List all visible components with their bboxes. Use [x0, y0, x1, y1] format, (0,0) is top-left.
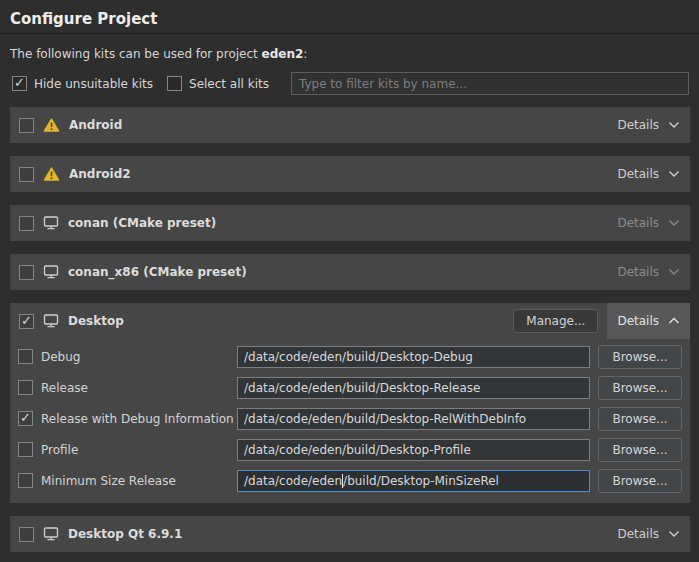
build-config-row-profile: Profile Browse... [10, 434, 690, 465]
chevron-down-icon [668, 219, 680, 227]
desktop-icon [43, 526, 59, 542]
build-config-label: Release [41, 381, 237, 395]
chevron-down-icon [668, 170, 680, 178]
chevron-down-icon [668, 121, 680, 129]
manage-kits-button[interactable]: Manage... [513, 309, 598, 333]
page-title: Configure Project [10, 10, 689, 28]
kit-name: Android [69, 118, 122, 132]
kit-name: Android2 [69, 167, 131, 181]
details-toggle[interactable]: Details [607, 156, 690, 192]
kit-checkbox[interactable] [19, 216, 34, 231]
kit-name: Desktop [68, 314, 124, 328]
browse-button[interactable]: Browse... [598, 469, 682, 493]
details-toggle[interactable]: Details [607, 303, 690, 339]
filter-controls: Hide unsuitable kits Select all kits [12, 72, 689, 95]
details-toggle: Details [607, 254, 690, 290]
select-all-checkbox[interactable] [167, 76, 182, 91]
build-dir-input[interactable] [237, 439, 590, 461]
build-config-row-debug: Debug Browse... [10, 341, 690, 372]
kit-checkbox[interactable] [19, 265, 34, 280]
kit-filter-input[interactable] [291, 72, 689, 95]
kit-name: conan_x86 (CMake preset) [68, 265, 247, 279]
build-config-checkbox[interactable] [18, 442, 33, 457]
intro-suffix: : [303, 47, 307, 61]
path-text-before-caret: /data/code/eden [244, 474, 342, 488]
browse-button[interactable]: Browse... [598, 345, 682, 369]
chevron-down-icon [668, 268, 680, 276]
select-all-label[interactable]: Select all kits [189, 77, 269, 91]
select-all-kits-checkbox-group[interactable]: Select all kits [167, 76, 269, 91]
build-config-label: Minimum Size Release [41, 474, 237, 488]
desktop-icon [43, 264, 59, 280]
browse-button[interactable]: Browse... [598, 407, 682, 431]
build-config-label: Release with Debug Information [41, 412, 237, 426]
kit-name: conan (CMake preset) [68, 216, 216, 230]
kit-row-desktop[interactable]: Desktop Manage... Details [10, 303, 690, 339]
build-config-label: Profile [41, 443, 237, 457]
page-header: Configure Project [0, 0, 699, 34]
hide-unsuitable-kits-checkbox-group[interactable]: Hide unsuitable kits [12, 76, 153, 91]
kit-name: Desktop Qt 6.9.1 [68, 527, 182, 541]
build-config-row-minsizerel: Minimum Size Release /data/code/eden /bu… [10, 465, 690, 496]
details-toggle: Details [607, 205, 690, 241]
build-config-checkbox[interactable] [18, 349, 33, 364]
warning-icon [43, 166, 60, 182]
kit-row-android[interactable]: Android Details [10, 107, 690, 143]
hide-unsuitable-checkbox[interactable] [12, 76, 27, 91]
build-config-label: Debug [41, 350, 237, 364]
kit-checkbox[interactable] [19, 527, 34, 542]
kit-section-desktop: Desktop Manage... Details Debug Browse..… [10, 303, 690, 503]
build-config-row-release: Release Browse... [10, 372, 690, 403]
build-dir-input[interactable] [237, 377, 590, 399]
build-dir-input[interactable] [237, 408, 590, 430]
build-config-checkbox[interactable] [18, 473, 33, 488]
browse-button[interactable]: Browse... [598, 438, 682, 462]
chevron-up-icon [668, 317, 680, 325]
details-toggle[interactable]: Details [607, 107, 690, 143]
kit-row-desktop-qt-691[interactable]: Desktop Qt 6.9.1 Details [10, 516, 690, 552]
warning-icon [43, 117, 60, 133]
details-label: Details [617, 118, 659, 132]
build-dir-input-focused[interactable]: /data/code/eden /build/Desktop-MinSizeRe… [237, 470, 590, 492]
build-config-checkbox[interactable] [18, 411, 33, 426]
chevron-down-icon [668, 530, 680, 538]
kit-filter-wrap [291, 72, 689, 95]
details-label: Details [617, 167, 659, 181]
kit-checkbox[interactable] [19, 167, 34, 182]
desktop-icon [43, 215, 59, 231]
desktop-icon [43, 313, 59, 329]
build-dir-input[interactable] [237, 346, 590, 368]
details-label: Details [617, 265, 659, 279]
build-config-row-relwithdebinfo: Release with Debug Information Browse... [10, 403, 690, 434]
configure-project-page: Configure Project The following kits can… [0, 0, 699, 562]
details-label: Details [617, 314, 659, 328]
kit-row-android2[interactable]: Android2 Details [10, 156, 690, 192]
details-label: Details [617, 527, 659, 541]
intro-prefix: The following kits can be used for proje… [10, 47, 262, 61]
kit-row-conan-x86[interactable]: conan_x86 (CMake preset) Details [10, 254, 690, 290]
intro-text: The following kits can be used for proje… [10, 47, 689, 61]
kit-checkbox[interactable] [19, 118, 34, 133]
details-label: Details [617, 216, 659, 230]
browse-button[interactable]: Browse... [598, 376, 682, 400]
kit-row-conan[interactable]: conan (CMake preset) Details [10, 205, 690, 241]
details-toggle[interactable]: Details [607, 516, 690, 552]
project-name: eden2 [262, 47, 304, 61]
path-text-after-caret: /build/Desktop-MinSizeRel [343, 474, 499, 488]
hide-unsuitable-label[interactable]: Hide unsuitable kits [34, 77, 153, 91]
build-config-checkbox[interactable] [18, 380, 33, 395]
kit-list: Android Details Android2 D [10, 107, 690, 562]
kit-checkbox[interactable] [19, 314, 34, 329]
